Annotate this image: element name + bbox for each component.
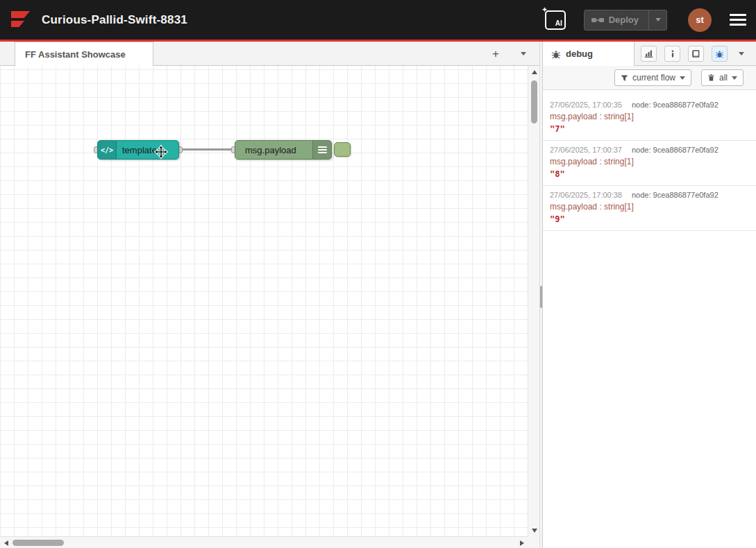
message-timestamp: 27/06/2025, 17:00:38 xyxy=(550,191,622,199)
plus-icon: + xyxy=(492,48,499,60)
message-type: string[1] xyxy=(604,157,634,166)
sidebar-tab-menu-button[interactable] xyxy=(735,45,748,63)
debug-message[interactable]: 27/06/2025, 17:00:35 node: 9cea886877e0f… xyxy=(543,96,756,141)
flowfuse-logo-icon[interactable] xyxy=(10,9,33,31)
node-template[interactable]: </> template xyxy=(97,140,179,160)
deploy-button[interactable]: Deploy xyxy=(584,10,667,31)
debug-list-icon xyxy=(318,146,327,153)
template-node-icon: </> xyxy=(98,141,117,159)
instance-title: Curious-Pallid-Swift-8831 xyxy=(42,13,187,27)
header: Curious-Pallid-Swift-8831 ✦ AI Deploy st xyxy=(0,0,756,42)
hamburger-bar xyxy=(730,14,746,16)
triangle-left-icon xyxy=(4,540,8,546)
deploy-button-label: Deploy xyxy=(609,15,639,25)
info-icon xyxy=(669,49,677,58)
message-node-id: node: 9cea886877e0fa92 xyxy=(632,101,719,109)
message-property[interactable]: msg.payload xyxy=(550,112,597,121)
deploy-button-main[interactable]: Deploy xyxy=(585,10,648,30)
chevron-down-icon xyxy=(521,52,526,55)
scroll-right-button[interactable] xyxy=(516,537,528,548)
sidebar-tab-info[interactable] xyxy=(664,46,680,62)
debug-node-label: msg.payload xyxy=(240,145,302,155)
flow-tab-label: FF Assistant Showcase xyxy=(25,49,126,60)
message-type: string[1] xyxy=(604,202,634,212)
canvas-horizontal-scrollbar[interactable] xyxy=(0,536,528,548)
flow-canvas[interactable]: </> template msg.payload xyxy=(0,66,539,548)
message-value[interactable]: "7" xyxy=(550,124,749,134)
hamburger-bar xyxy=(730,19,746,21)
tab-bar-actions: + xyxy=(487,42,539,66)
tab-bar-lead xyxy=(0,42,15,66)
message-node-id: node: 9cea886877e0fa92 xyxy=(632,191,719,199)
node-debug[interactable]: msg.payload xyxy=(235,140,332,160)
message-separator: : xyxy=(597,157,604,166)
triangle-up-icon xyxy=(532,70,537,74)
flow-tab-bar: FF Assistant Showcase + xyxy=(0,42,539,66)
book-icon xyxy=(691,49,700,58)
bug-icon xyxy=(715,49,724,58)
bar-chart-icon xyxy=(644,49,653,58)
sidebar-tab-help[interactable] xyxy=(688,46,704,62)
chevron-down-icon xyxy=(739,52,744,55)
workspace: FF Assistant Showcase + xyxy=(0,42,539,548)
node-red-app: Curious-Pallid-Swift-8831 ✦ AI Deploy st xyxy=(0,0,756,548)
flow-tab-ff-assistant-showcase[interactable]: FF Assistant Showcase xyxy=(15,42,153,66)
wire-template-to-debug[interactable] xyxy=(179,148,235,151)
sidebar-tool-tabs xyxy=(641,42,756,66)
code-icon: </> xyxy=(101,146,113,154)
canvas-vertical-scrollbar[interactable] xyxy=(528,66,539,536)
debug-filter-flow-label: current flow xyxy=(632,73,675,83)
debug-node-icon xyxy=(312,141,331,159)
sidebar-tab-bar: debug xyxy=(543,42,756,66)
debug-clear-label: all xyxy=(719,73,728,83)
deploy-options-button[interactable] xyxy=(648,10,666,30)
message-type: string[1] xyxy=(604,112,634,121)
message-property[interactable]: msg.payload xyxy=(550,202,597,212)
sidebar-tab-label: debug xyxy=(566,49,593,59)
flow-list-button[interactable] xyxy=(514,45,532,63)
message-property[interactable]: msg.payload xyxy=(550,157,597,166)
debug-clear-button[interactable]: all xyxy=(701,69,744,86)
hamburger-bar xyxy=(730,24,746,26)
main-menu-button[interactable] xyxy=(730,14,746,26)
debug-filter-flow-button[interactable]: current flow xyxy=(614,69,691,86)
scroll-down-button[interactable] xyxy=(528,524,539,536)
ai-button-label: AI xyxy=(555,19,562,27)
sidebar: debug xyxy=(543,42,756,548)
sidebar-tab-debug-icon[interactable] xyxy=(712,46,728,62)
message-timestamp: 27/06/2025, 17:00:35 xyxy=(550,101,622,109)
sidebar-tab-debug[interactable]: debug xyxy=(543,42,635,66)
ai-assistant-button[interactable]: ✦ AI xyxy=(545,10,566,30)
sidebar-tab-dashboard[interactable] xyxy=(641,46,657,62)
scroll-left-button[interactable] xyxy=(0,537,12,548)
deploy-icon xyxy=(591,16,604,24)
message-value[interactable]: "9" xyxy=(550,214,749,224)
debug-filter-bar: current flow all xyxy=(543,66,756,90)
sparkle-icon: ✦ xyxy=(542,7,548,13)
debug-enable-toggle[interactable] xyxy=(334,142,351,157)
message-separator: : xyxy=(597,202,604,212)
chevron-down-icon xyxy=(655,18,661,22)
horizontal-scroll-thumb[interactable] xyxy=(12,540,64,546)
bug-icon xyxy=(551,49,561,59)
filter-funnel-icon xyxy=(621,74,628,82)
scrollbar-corner xyxy=(528,536,539,548)
message-value[interactable]: "8" xyxy=(550,169,749,179)
trash-icon xyxy=(707,74,715,82)
debug-message-list[interactable]: 27/06/2025, 17:00:35 node: 9cea886877e0f… xyxy=(543,90,756,548)
triangle-down-icon xyxy=(532,529,537,533)
scroll-up-button[interactable] xyxy=(528,66,539,78)
message-separator: : xyxy=(597,112,604,121)
vertical-scroll-thumb[interactable] xyxy=(531,80,537,123)
triangle-right-icon xyxy=(520,540,524,546)
chevron-down-icon xyxy=(732,76,737,80)
user-avatar[interactable]: st xyxy=(688,8,712,32)
debug-message[interactable]: 27/06/2025, 17:00:37 node: 9cea886877e0f… xyxy=(543,141,756,186)
template-node-label: template xyxy=(117,145,162,155)
sidebar-resize-handle[interactable] xyxy=(539,42,543,548)
message-timestamp: 27/06/2025, 17:00:37 xyxy=(550,146,622,154)
add-flow-button[interactable]: + xyxy=(487,45,505,63)
resize-grip-icon xyxy=(540,286,542,308)
debug-message[interactable]: 27/06/2025, 17:00:38 node: 9cea886877e0f… xyxy=(543,186,756,231)
main-area: FF Assistant Showcase + xyxy=(0,42,756,548)
